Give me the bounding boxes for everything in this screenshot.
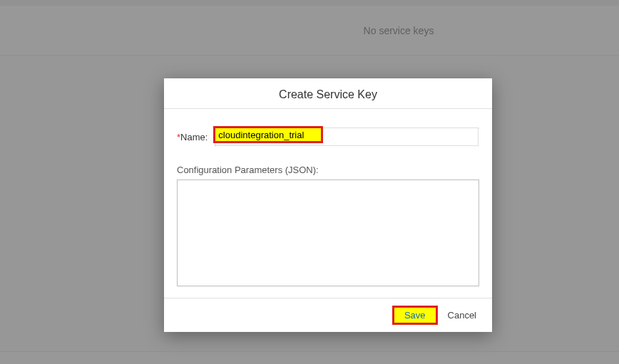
config-params-label: Configuration Parameters (JSON): (177, 165, 479, 175)
dialog-header: Create Service Key (164, 78, 492, 109)
name-row: *Name: cloudintegration_trial (177, 128, 479, 146)
config-params-textarea[interactable] (177, 180, 479, 286)
cancel-button[interactable]: Cancel (442, 307, 482, 323)
dialog-footer: Save Cancel (164, 298, 492, 332)
create-service-key-dialog: Create Service Key *Name: cloudintegrati… (164, 78, 492, 332)
save-button[interactable]: Save (392, 306, 438, 325)
dialog-title: Create Service Key (175, 88, 481, 101)
name-label: *Name: (177, 132, 208, 142)
dialog-body: *Name: cloudintegration_trial Configurat… (164, 109, 492, 298)
name-input[interactable] (215, 128, 479, 146)
